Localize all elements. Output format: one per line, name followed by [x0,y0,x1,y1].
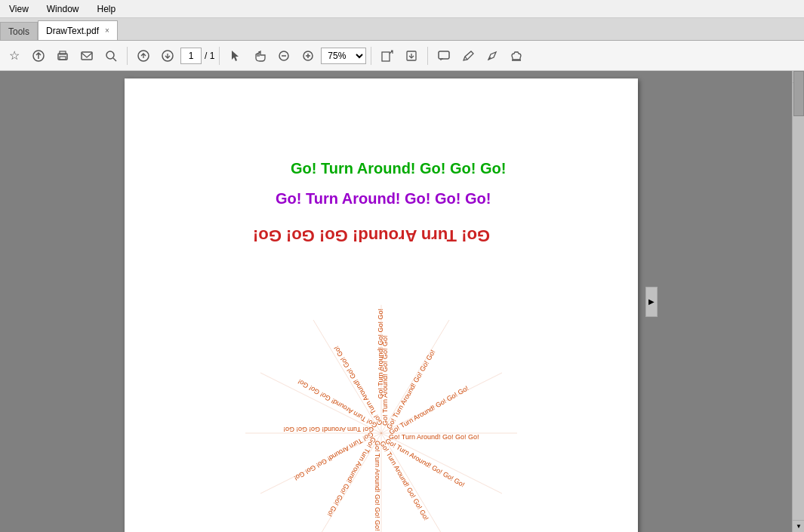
hand-tool-button[interactable] [248,45,271,67]
tab-tools[interactable]: Tools [0,22,38,40]
highlight-button[interactable] [481,45,504,67]
zoom-in-button[interactable] [297,45,319,67]
menu-view[interactable]: View [6,2,32,16]
menu-window[interactable]: Window [44,2,82,16]
svg-rect-14 [382,52,390,61]
tab-close-button[interactable]: × [105,26,109,35]
zoom-out-button[interactable] [273,45,295,67]
tab-drawtext-label: DrawText.pdf [46,26,99,36]
upload-button[interactable] [27,45,50,67]
tab-bar: Tools DrawText.pdf × [0,18,804,41]
toolbar-sep1 [127,47,128,65]
menu-help[interactable]: Help [94,2,119,16]
fit-button[interactable] [376,45,399,67]
tab-drawtext[interactable]: DrawText.pdf × [38,20,118,40]
pdf-text-line3: Go! Turn Around! Go! Go! Go! [253,226,490,245]
expand-arrow-button[interactable]: ▶ [645,287,658,317]
mail-button[interactable] [75,45,98,67]
main-area: Go! Turn Around! Go! Go! Go! Go! Turn Ar… [0,71,804,532]
scrollbar-thumb[interactable] [793,71,804,116]
radial-ray-6: Go! Turn Around! Go! Go! Go! [374,441,381,531]
next-page-button[interactable] [156,45,179,67]
toolbar: ☆ / 1 75% 50% 100% 125% 150% [0,41,804,71]
bookmark-button[interactable]: ☆ [3,45,26,67]
prev-page-button[interactable] [132,45,155,67]
svg-rect-2 [60,51,66,54]
comment-button[interactable] [433,45,455,67]
pdf-text-line3-container: Go! Turn Around! Go! Go! Go! [253,226,540,260]
svg-rect-3 [60,57,66,60]
radial-ray-0: Go! Turn Around! Go! Go! Go! [381,335,389,426]
page-input[interactable] [180,48,202,64]
print-button[interactable] [51,45,74,67]
svg-rect-17 [439,51,449,59]
toolbar-sep4 [427,47,428,65]
menu-bar: View Window Help [0,0,804,18]
radial-ray-9: Go! Turn Around! Go! Go! Go! [283,426,374,433]
svg-rect-4 [82,52,92,60]
radial-ray-3: Go! Turn Around! Go! Go! Go! [389,433,479,441]
pdf-page: Go! Turn Around! Go! Go! Go! Go! Turn Ar… [125,78,638,532]
page-total: / 1 [205,51,214,61]
page-nav: / 1 [180,48,214,64]
scrollbar-down-button[interactable]: ▼ [793,520,804,532]
cursor-tool-button[interactable] [224,45,247,67]
vertical-scrollbar[interactable]: ▲ ▼ [792,71,804,532]
left-sidebar [0,71,117,532]
svg-point-5 [106,51,114,59]
search-button[interactable] [100,45,122,67]
right-sidebar: ▶ ▲ ▼ [645,71,804,532]
radial-texts-layer: Go! Turn Around! Go! Go! Go! Go! Turn Ar… [238,282,525,532]
svg-line-18 [465,57,467,60]
toolbar-sep2 [219,47,220,65]
zoom-select[interactable]: 75% 50% 100% 125% 150% [321,48,366,64]
svg-line-6 [113,58,116,61]
pdf-text-line2: Go! Turn Around! Go! Go! Go! [276,190,491,208]
pdf-area[interactable]: Go! Turn Around! Go! Go! Go! Go! Turn Ar… [117,71,645,532]
toolbar-sep3 [371,47,371,65]
stamp-button[interactable] [505,45,528,67]
scroll-button[interactable] [400,45,423,67]
pencil-button[interactable] [457,45,479,67]
pdf-text-line1: Go! Turn Around! Go! Go! Go! [291,160,506,177]
